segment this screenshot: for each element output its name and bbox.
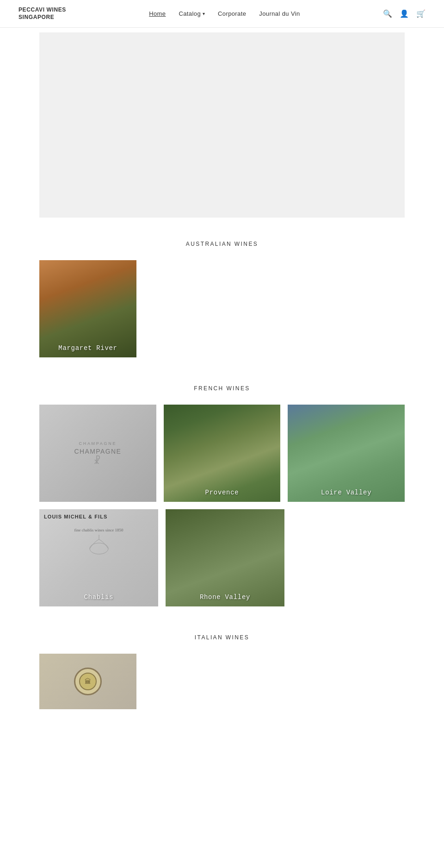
brand-logo[interactable]: PECCAVI WINES SINGAPORE [18, 6, 66, 21]
french-section-title: FRENCH WINES [39, 385, 405, 392]
french-wines-section: FRENCH WINES CHAMPAGNE Champagne ☧ Prove… [39, 385, 405, 606]
loire-valley-card[interactable]: Loire Valley [288, 405, 405, 502]
swirl-decoration: ☧ [93, 456, 102, 466]
champagne-card[interactable]: CHAMPAGNE Champagne ☧ [39, 405, 156, 502]
margaret-river-label: Margaret River [39, 339, 136, 357]
nav-journal[interactable]: Journal du Vin [259, 10, 300, 17]
site-header: PECCAVI WINES SINGAPORE Home Catalog ▾ C… [0, 0, 444, 28]
chablis-brand-text: LOUIS MICHEL & FILS [44, 514, 154, 519]
champagne-text-overlay: CHAMPAGNE Champagne ☧ [74, 441, 121, 466]
loire-label: Loire Valley [288, 483, 405, 502]
nav-corporate[interactable]: Corporate [218, 10, 246, 17]
french-grid-row1: CHAMPAGNE Champagne ☧ Provence Loire Val… [39, 405, 405, 502]
header-icons: 🔍 👤 🛒 [383, 9, 426, 18]
chablis-label: Chablis [39, 588, 158, 606]
rhone-valley-card[interactable]: Rhone Valley [166, 509, 284, 606]
cart-icon[interactable]: 🛒 [416, 9, 426, 18]
chablis-card[interactable]: LOUIS MICHEL & FILS fine chablis wines s… [39, 509, 158, 606]
chablis-illustration [44, 535, 154, 558]
italian-wines-section: ITALIAN WINES 🏛 [39, 634, 405, 709]
chablis-subtitle: fine chablis wines since 1850 [44, 528, 154, 532]
main-nav: Home Catalog ▾ Corporate Journal du Vin [149, 10, 300, 17]
provence-card[interactable]: Provence [164, 405, 281, 502]
australian-wines-section: AUSTRALIAN WINES Margaret River [39, 241, 405, 357]
search-icon[interactable]: 🔍 [383, 9, 392, 18]
italian-section-title: ITALIAN WINES [39, 634, 405, 641]
french-grid-row2: LOUIS MICHEL & FILS fine chablis wines s… [39, 509, 284, 606]
hero-banner [39, 32, 405, 218]
svg-text:🏛: 🏛 [85, 678, 91, 685]
australian-section-title: AUSTRALIAN WINES [39, 241, 405, 247]
rhone-label: Rhone Valley [166, 588, 284, 606]
nav-home[interactable]: Home [149, 10, 166, 17]
account-icon[interactable]: 👤 [400, 9, 409, 18]
margaret-river-card[interactable]: Margaret River [39, 260, 136, 357]
italian-grid: 🏛 [39, 654, 405, 709]
italian-badge-icon: 🏛 [74, 668, 102, 695]
chevron-down-icon: ▾ [203, 11, 205, 16]
champagne-label: Champagne [74, 448, 121, 455]
australian-grid: Margaret River [39, 260, 405, 357]
nav-catalog[interactable]: Catalog [179, 10, 201, 17]
italian-card-1[interactable]: 🏛 [39, 654, 136, 709]
provence-label: Provence [164, 483, 281, 502]
nav-catalog-container: Catalog ▾ [179, 10, 205, 17]
